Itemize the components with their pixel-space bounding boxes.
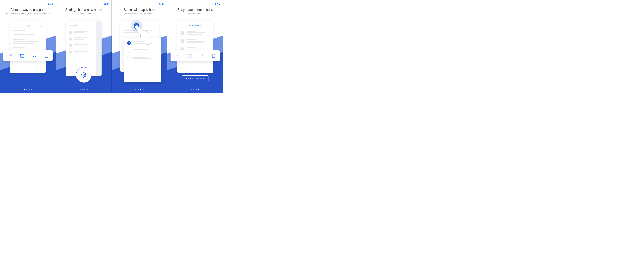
- onboarding-screen-2: Skip Settings has a new home inside the …: [56, 0, 112, 93]
- heading: Easy attachment access from the tab bar: [168, 8, 223, 15]
- page-dot: [84, 89, 86, 90]
- contacts-icon[interactable]: [200, 54, 204, 58]
- image-file-icon: ◢: [180, 39, 184, 43]
- card-title: Attachments: [180, 24, 210, 27]
- calendar-day-label: 19: [20, 56, 24, 57]
- settings-gear-badge: [76, 67, 92, 82]
- avatar-placeholder: [69, 31, 72, 34]
- selection-row: [127, 56, 158, 60]
- page-indicator: [0, 89, 56, 90]
- page-dot: [135, 89, 136, 90]
- list-item: [69, 38, 98, 40]
- avatar-placeholder: [69, 44, 72, 47]
- heading: A better way to navigate between Mail, C…: [0, 8, 56, 15]
- page-dot: [194, 89, 194, 90]
- skip-button[interactable]: Skip: [159, 2, 164, 5]
- enter-secure-mail-button[interactable]: Enter Secure Mail: [182, 76, 208, 82]
- page-subtitle: inside the slide out: [56, 12, 112, 15]
- page-title: A better way to navigate: [0, 8, 56, 12]
- list-item: [69, 31, 98, 34]
- attachment-row: ▲: [180, 30, 210, 36]
- onboarding-screen-4: Skip Easy attachment access from the tab…: [168, 0, 223, 93]
- attachments-icon[interactable]: [212, 54, 216, 58]
- list-item: [13, 47, 42, 48]
- illustration-card: Mailbox: [66, 21, 102, 76]
- calendar-day-label: 19: [188, 56, 192, 57]
- page-indicator: [168, 89, 223, 90]
- selection-popup: [124, 38, 161, 82]
- list-item: [69, 50, 98, 54]
- page-dot: [138, 89, 139, 90]
- attachments-icon[interactable]: [45, 54, 48, 58]
- list-item: [13, 30, 42, 35]
- page-dot: [196, 89, 197, 90]
- avatar-placeholder: [69, 50, 72, 54]
- illustration-card: [120, 21, 159, 72]
- pdf-file-icon: ▲: [180, 30, 184, 35]
- page-dot: [24, 89, 25, 90]
- card-title: Mailbox: [69, 24, 98, 27]
- page-indicator: [56, 89, 112, 90]
- checkbox-unchecked-icon: [127, 56, 131, 60]
- page-dot: [82, 89, 83, 90]
- card-title: Inbox: [16, 24, 40, 27]
- tab-bar: 19: [3, 50, 52, 61]
- page-dot: [191, 89, 192, 90]
- hamburger-icon: [13, 25, 16, 27]
- calendar-icon[interactable]: 19: [20, 54, 24, 58]
- page-dot: [29, 89, 30, 90]
- checkbox-unchecked-icon: [127, 49, 131, 52]
- illustration-card: Attachments ▲ ◢ ≡: [178, 21, 213, 73]
- page-title: Select with tap & hold: [112, 8, 167, 12]
- attachment-row: ◢: [180, 39, 210, 44]
- checkbox-checked-icon: [127, 41, 131, 45]
- list-item: [69, 44, 98, 47]
- search-icon: [40, 24, 42, 27]
- gear-icon: [80, 72, 87, 78]
- page-dot: [80, 89, 80, 90]
- tap-indicator: [130, 20, 142, 32]
- heading: Select with tap & hold in Mail, Contacts…: [112, 8, 167, 15]
- skip-button[interactable]: Skip: [48, 2, 53, 5]
- illustration-card: Inbox: [10, 21, 46, 73]
- page-dot: [198, 89, 199, 90]
- page-subtitle: in Mail, Contacts & Attachments: [112, 12, 167, 15]
- heading: Settings has a new home inside the slide…: [56, 8, 112, 15]
- onboarding-screen-3: Skip Select with tap & hold in Mail, Con…: [112, 0, 168, 93]
- page-subtitle: between Mail, Calendar, Contacts & Attac…: [0, 12, 56, 15]
- page-dot: [26, 89, 27, 90]
- slideout-panel: [96, 21, 102, 76]
- calendar-icon[interactable]: 19: [188, 54, 192, 58]
- page-dot: [31, 89, 32, 90]
- page-dot: [142, 89, 144, 90]
- svg-point-14: [201, 54, 203, 56]
- page-title: Easy attachment access: [168, 8, 223, 12]
- svg-rect-0: [8, 54, 12, 57]
- avatar-placeholder: [69, 38, 72, 40]
- skip-button[interactable]: Skip: [215, 2, 220, 5]
- page-dot: [87, 89, 88, 90]
- tab-bar: 19: [170, 50, 220, 61]
- mail-icon[interactable]: [175, 54, 179, 57]
- svg-point-5: [34, 54, 36, 56]
- page-dot: [140, 89, 141, 90]
- page-subtitle: from the tab bar: [168, 12, 223, 15]
- contacts-icon[interactable]: [33, 54, 36, 58]
- page-indicator: [112, 89, 167, 90]
- skip-button[interactable]: Skip: [104, 2, 109, 5]
- mail-icon[interactable]: [8, 54, 12, 57]
- page-title: Settings has a new home: [56, 8, 112, 12]
- list-item: [13, 39, 42, 44]
- svg-rect-9: [175, 54, 179, 57]
- selection-row: [127, 49, 158, 52]
- svg-point-8: [83, 74, 84, 76]
- selection-row: [127, 41, 158, 45]
- onboarding-screen-1: Skip A better way to navigate between Ma…: [0, 0, 56, 93]
